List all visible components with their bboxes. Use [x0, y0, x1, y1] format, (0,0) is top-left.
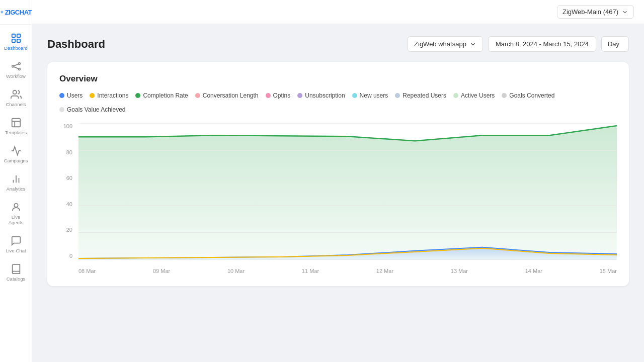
svg-point-8 — [18, 63, 20, 65]
svg-point-7 — [12, 65, 14, 67]
legend-dot-new-users — [352, 93, 357, 98]
sidebar-item-campaigns-label: Campaigns — [4, 158, 28, 163]
legend-dot-interactions — [90, 93, 95, 98]
y-label-40: 40 — [66, 201, 72, 207]
y-axis: 100806040200 — [59, 123, 74, 259]
sidebar-item-analytics-label: Analytics — [6, 186, 25, 192]
page-content: Dashboard ZigWeb whatsapp March 8, 2024 … — [32, 24, 644, 362]
x-label-12-Mar: 12 Mar — [376, 268, 393, 274]
chevron-down-icon — [621, 9, 628, 16]
svg-rect-3 — [12, 34, 15, 37]
legend-item-unsubscription: Unsubscription — [297, 92, 345, 99]
legend-item-active-users: Active Users — [453, 92, 495, 99]
svg-point-12 — [13, 90, 16, 94]
sidebar-item-channels-label: Channels — [6, 102, 26, 107]
y-label-60: 60 — [66, 175, 72, 181]
legend-label-goals-value-achieved: Goals Value Achieved — [67, 106, 126, 113]
legend-dot-optins — [266, 93, 271, 98]
sidebar-item-campaigns[interactable]: Campaigns — [2, 141, 30, 167]
svg-rect-5 — [12, 39, 15, 42]
y-label-80: 80 — [66, 149, 72, 155]
x-label-09-Mar: 09 Mar — [153, 268, 170, 274]
sidebar-item-catalogs-label: Catalogs — [7, 276, 26, 282]
svg-rect-13 — [12, 119, 20, 127]
topbar: ZigWeb-Main (467) — [32, 0, 644, 24]
legend-label-optins: Optins — [273, 92, 291, 99]
live-agents-icon — [11, 202, 22, 213]
legend-dot-repeated-users — [395, 93, 400, 98]
completion-rate-area — [78, 126, 617, 260]
logo-area: Z ZIGCHAT — [0, 0, 32, 25]
legend-label-conversation-length: Conversation Length — [203, 92, 259, 99]
workspace-name: ZigWeb-Main (467) — [562, 8, 618, 16]
dashboard-icon — [11, 33, 22, 44]
sidebar-item-channels[interactable]: Channels — [2, 85, 30, 111]
legend-dot-conversation-length — [195, 93, 200, 98]
zigchat-logo-icon: Z — [0, 5, 4, 19]
campaigns-icon — [11, 145, 22, 156]
workspace-selector[interactable]: ZigWeb-Main (467) — [557, 5, 634, 19]
header-controls: ZigWeb whatsapp March 8, 2024 - March 15… — [408, 36, 629, 52]
chart-svg-container — [78, 123, 617, 260]
logo-text: ZIGCHAT — [5, 9, 32, 16]
svg-line-11 — [14, 67, 18, 69]
workflow-icon — [11, 61, 22, 72]
legend-label-users: Users — [67, 92, 83, 99]
overview-card: Overview UsersInteractionsCompletion Rat… — [47, 62, 629, 286]
channel-filter-value: ZigWeb whatsapp — [414, 40, 466, 48]
sidebar-item-dashboard[interactable]: Dashboard — [2, 29, 30, 55]
legend-dot-goals-value-achieved — [59, 107, 64, 112]
svg-rect-6 — [17, 39, 20, 42]
legend-item-goals-value-achieved: Goals Value Achieved — [59, 106, 126, 113]
sidebar-item-workflow[interactable]: Workflow — [2, 57, 30, 83]
legend-label-completion-rate: Completion Rate — [143, 92, 188, 99]
channels-icon — [11, 89, 22, 100]
legend-item-repeated-users: Repeated Users — [395, 92, 446, 99]
legend-label-interactions: Interactions — [97, 92, 128, 99]
live-chat-icon — [11, 235, 22, 246]
x-label-15-Mar: 15 Mar — [600, 268, 617, 274]
legend-label-active-users: Active Users — [461, 92, 495, 99]
sidebar-item-live-chat-label: Live Chat — [6, 248, 26, 253]
channel-filter[interactable]: ZigWeb whatsapp — [408, 36, 483, 52]
sidebar-item-templates[interactable]: Templates — [2, 113, 30, 139]
x-label-10-Mar: 10 Mar — [227, 268, 245, 274]
channel-chevron-icon — [469, 41, 476, 48]
time-granularity-select[interactable]: Day — [601, 36, 629, 52]
legend-item-conversation-length: Conversation Length — [195, 92, 259, 99]
dashboard-header: Dashboard ZigWeb whatsapp March 8, 2024 … — [47, 36, 629, 52]
svg-point-9 — [18, 68, 20, 70]
templates-icon — [11, 117, 22, 128]
legend-item-new-users: New users — [352, 92, 388, 99]
chart-legend: UsersInteractionsCompletion RateConversa… — [59, 92, 617, 113]
sidebar-item-analytics[interactable]: Analytics — [2, 169, 30, 196]
legend-item-optins: Optins — [266, 92, 291, 99]
legend-item-users: Users — [59, 92, 83, 99]
legend-dot-users — [59, 93, 64, 98]
legend-item-interactions: Interactions — [90, 92, 128, 99]
main-area: ZigWeb-Main (467) Dashboard ZigWeb whats… — [32, 0, 644, 362]
legend-dot-goals-converted — [502, 93, 507, 98]
chart-svg — [78, 123, 617, 260]
sidebar-item-live-agents[interactable]: Live Agents — [2, 198, 30, 229]
svg-text:Z: Z — [2, 11, 3, 13]
sidebar-item-dashboard-label: Dashboard — [4, 45, 27, 51]
y-label-100: 100 — [63, 123, 72, 129]
sidebar-item-live-chat[interactable]: Live Chat — [2, 231, 30, 257]
catalogs-icon — [11, 263, 22, 275]
sidebar-item-catalogs[interactable]: Catalogs — [2, 259, 30, 286]
overview-title: Overview — [59, 74, 617, 84]
sidebar-item-workflow-label: Workflow — [6, 73, 26, 79]
chart-area: 100806040200 — [59, 123, 617, 274]
svg-point-19 — [14, 204, 18, 207]
x-label-11-Mar: 11 Mar — [302, 268, 319, 274]
x-label-13-Mar: 13 Mar — [451, 268, 468, 274]
y-label-20: 20 — [66, 227, 72, 233]
x-label-14-Mar: 14 Mar — [525, 268, 542, 274]
legend-item-completion-rate: Completion Rate — [135, 92, 188, 99]
x-axis: 08 Mar09 Mar10 Mar11 Mar12 Mar13 Mar14 M… — [78, 268, 617, 274]
y-label-0: 0 — [69, 253, 72, 259]
legend-dot-unsubscription — [297, 93, 302, 98]
legend-item-goals-converted: Goals Converted — [502, 92, 554, 99]
legend-label-repeated-users: Repeated Users — [403, 92, 446, 99]
